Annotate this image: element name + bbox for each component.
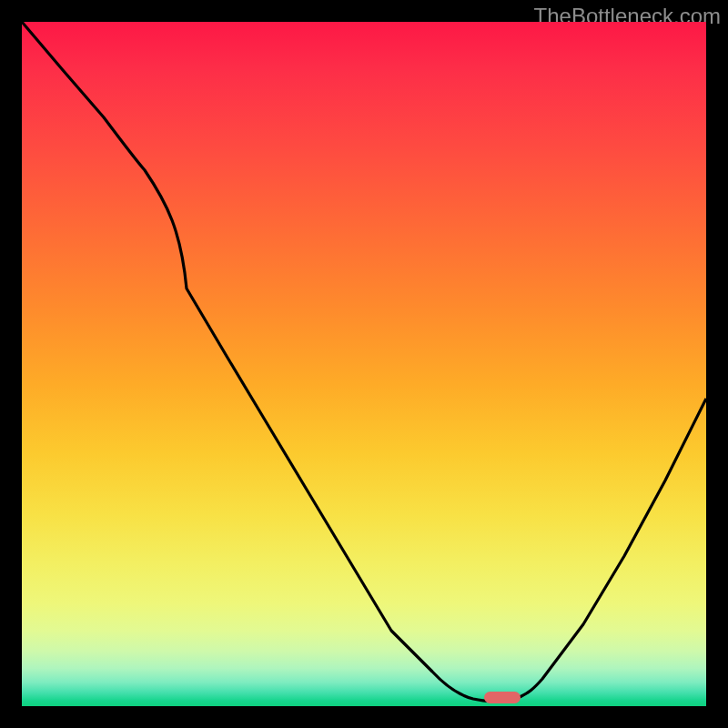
plot-overlay [22,22,706,706]
optimum-marker [484,692,521,703]
chart-frame: TheBottleneck.com [0,0,728,728]
bottleneck-curve [22,22,706,702]
